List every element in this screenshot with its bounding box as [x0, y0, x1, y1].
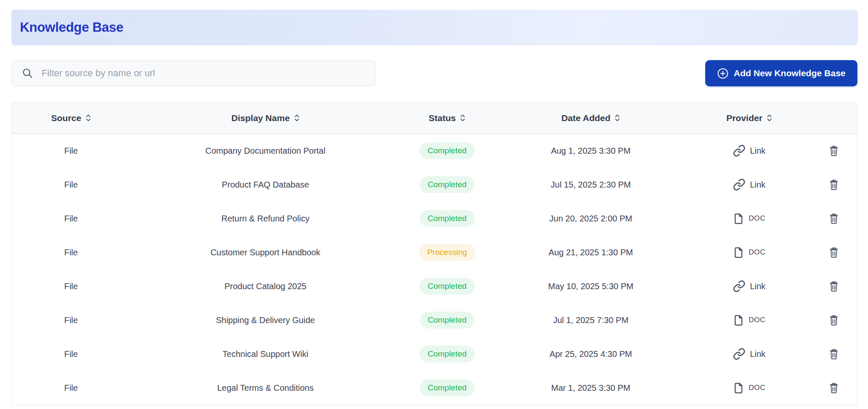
- trash-icon: [828, 314, 840, 326]
- table-row: File Return & Refund Policy Completed Ju…: [12, 202, 857, 235]
- table-row: File Product Catalog 2025 Completed May …: [12, 269, 857, 303]
- trash-icon: [828, 213, 840, 225]
- display-name-cell: Legal Terms & Conditions: [130, 383, 401, 393]
- table-header-row: Source Display Name Status Date Added Pr…: [12, 102, 857, 134]
- delete-row-button[interactable]: [826, 312, 842, 328]
- provider-label: Link: [750, 146, 765, 156]
- doc-icon: [733, 247, 744, 258]
- table-row: File Company Documentation Portal Comple…: [12, 134, 857, 168]
- page-header-banner: Knowledge Base: [11, 10, 858, 45]
- column-header-status[interactable]: Status: [401, 113, 493, 123]
- link-icon: [733, 178, 746, 191]
- date-added-cell: Aug 1, 2025 3:30 PM: [494, 146, 688, 156]
- column-header-display-name[interactable]: Display Name: [130, 113, 401, 123]
- status-cell: Completed: [401, 278, 493, 295]
- provider-cell: DOC: [688, 315, 810, 326]
- trash-icon: [828, 280, 840, 293]
- column-label: Provider: [726, 113, 762, 123]
- status-cell: Completed: [401, 176, 493, 193]
- doc-icon: [733, 213, 744, 224]
- source-cell: File: [12, 315, 130, 325]
- table-row: File Product FAQ Database Completed Jul …: [12, 168, 857, 202]
- date-added-cell: Jul 15, 2025 2:30 PM: [494, 180, 688, 190]
- column-label: Date Added: [561, 113, 610, 123]
- trash-icon: [828, 179, 840, 191]
- source-cell: File: [12, 383, 130, 393]
- date-added-cell: Aug 21, 2025 1:30 PM: [494, 248, 688, 257]
- provider-label: Link: [750, 349, 765, 359]
- link-icon: [733, 348, 746, 360]
- status-cell: Completed: [401, 379, 493, 396]
- delete-row-button[interactable]: [826, 346, 842, 362]
- status-badge: Completed: [420, 142, 475, 159]
- provider-label: DOC: [748, 248, 765, 257]
- actions-cell: [810, 177, 857, 193]
- delete-row-button[interactable]: [826, 245, 842, 260]
- display-name-cell: Shipping & Delivery Guide: [130, 315, 401, 325]
- display-name-cell: Product FAQ Database: [130, 180, 401, 190]
- trash-icon: [828, 348, 840, 360]
- status-cell: Completed: [401, 142, 493, 159]
- actions-cell: [810, 279, 857, 294]
- plus-circle-icon: [717, 68, 729, 79]
- filter-source-input[interactable]: [42, 68, 365, 79]
- column-header-date-added[interactable]: Date Added: [494, 113, 688, 123]
- provider-cell: DOC: [688, 247, 810, 258]
- status-cell: Processing: [401, 244, 493, 261]
- status-badge: Completed: [420, 278, 475, 295]
- status-cell: Completed: [401, 210, 493, 227]
- trash-icon: [828, 145, 840, 157]
- add-button-label: Add New Knowledge Base: [734, 68, 846, 78]
- source-cell: File: [12, 180, 130, 190]
- provider-cell: Link: [688, 178, 810, 191]
- table-body: File Company Documentation Portal Comple…: [12, 134, 857, 405]
- actions-cell: [810, 143, 857, 159]
- actions-cell: [810, 380, 857, 396]
- delete-row-button[interactable]: [826, 279, 842, 294]
- date-added-cell: May 10, 2025 5:30 PM: [494, 282, 688, 291]
- sort-icon: [86, 113, 91, 122]
- column-label: Source: [51, 113, 81, 123]
- source-cell: File: [12, 146, 130, 156]
- status-badge: Completed: [420, 312, 475, 329]
- sort-icon: [767, 113, 772, 122]
- status-badge: Completed: [420, 379, 475, 396]
- display-name-cell: Product Catalog 2025: [130, 282, 401, 291]
- date-added-cell: Mar 1, 2025 3:30 PM: [494, 383, 688, 393]
- source-cell: File: [12, 282, 130, 291]
- doc-icon: [733, 315, 744, 326]
- status-badge: Completed: [420, 210, 475, 227]
- status-badge: Completed: [420, 176, 475, 193]
- page-title: Knowledge Base: [20, 20, 123, 35]
- status-badge: Processing: [419, 244, 475, 261]
- delete-row-button[interactable]: [826, 380, 842, 396]
- status-badge: Completed: [420, 345, 475, 362]
- doc-icon: [733, 382, 744, 394]
- filter-source-box[interactable]: [11, 60, 376, 86]
- actions-cell: [810, 245, 857, 260]
- source-cell: File: [12, 214, 130, 224]
- toolbar: Add New Knowledge Base: [11, 60, 857, 86]
- knowledge-base-page: Knowledge Base Add New Knowledge Base So…: [0, 0, 868, 409]
- column-label: Display Name: [231, 113, 290, 123]
- provider-label: Link: [750, 180, 765, 190]
- column-header-source[interactable]: Source: [12, 113, 130, 123]
- knowledge-base-table: Source Display Name Status Date Added Pr…: [11, 102, 857, 405]
- provider-label: DOC: [748, 214, 765, 223]
- provider-label: Link: [750, 282, 765, 291]
- actions-cell: [810, 346, 857, 362]
- provider-cell: DOC: [688, 213, 810, 224]
- add-new-knowledge-base-button[interactable]: Add New Knowledge Base: [705, 60, 857, 86]
- search-icon: [22, 68, 33, 79]
- sort-icon: [460, 113, 465, 122]
- column-header-provider[interactable]: Provider: [688, 113, 810, 123]
- provider-label: DOC: [748, 384, 765, 392]
- date-added-cell: Apr 25, 2025 4:30 PM: [494, 349, 688, 359]
- date-added-cell: Jul 1, 2025 7:30 PM: [494, 315, 688, 325]
- delete-row-button[interactable]: [826, 211, 842, 227]
- actions-cell: [810, 211, 857, 227]
- delete-row-button[interactable]: [826, 143, 842, 159]
- delete-row-button[interactable]: [826, 177, 842, 193]
- provider-label: DOC: [748, 316, 765, 324]
- source-cell: File: [12, 349, 130, 359]
